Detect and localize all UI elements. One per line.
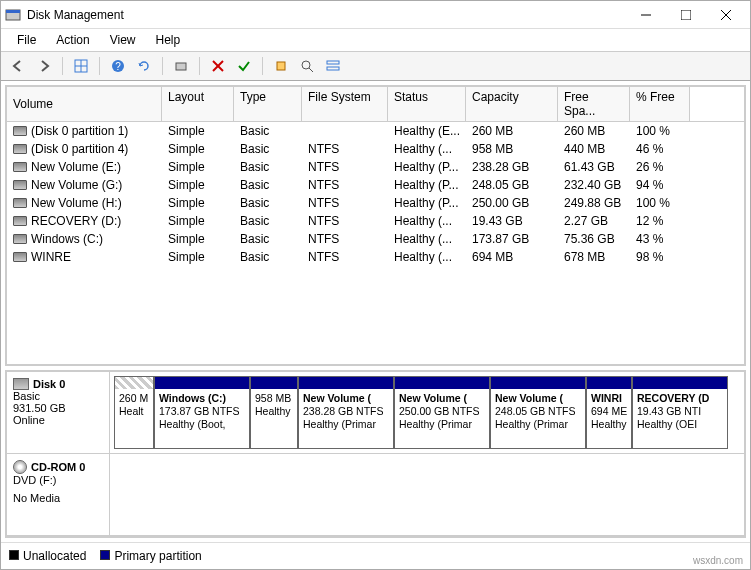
- volume-row[interactable]: Windows (C:)SimpleBasicNTFSHealthy (...1…: [7, 230, 744, 248]
- close-button[interactable]: [706, 1, 746, 29]
- list-button[interactable]: [322, 55, 344, 77]
- vol-fs: NTFS: [302, 195, 388, 211]
- disk-0-status: Online: [13, 414, 103, 426]
- vol-layout: Simple: [162, 159, 234, 175]
- volume-row[interactable]: (Disk 0 partition 4)SimpleBasicNTFSHealt…: [7, 140, 744, 158]
- header-filesystem[interactable]: File System: [302, 87, 388, 121]
- partition-line3: Healt: [119, 405, 149, 418]
- partition-body: RECOVERY (D19.43 GB NTIHealthy (OEI: [633, 389, 727, 434]
- partition[interactable]: New Volume (250.00 GB NTFSHealthy (Prima…: [394, 376, 490, 449]
- vol-layout: Simple: [162, 213, 234, 229]
- volume-icon: [13, 252, 27, 262]
- vol-type: Basic: [234, 159, 302, 175]
- header-capacity[interactable]: Capacity: [466, 87, 558, 121]
- legend-unallocated: Unallocated: [9, 549, 86, 563]
- partition[interactable]: WINRI694 MEHealthy: [586, 376, 632, 449]
- header-pct-free[interactable]: % Free: [630, 87, 690, 121]
- vol-pfree: 43 %: [630, 231, 690, 247]
- vol-free: 260 MB: [558, 123, 630, 139]
- vol-pfree: 100 %: [630, 123, 690, 139]
- vol-free: 678 MB: [558, 249, 630, 265]
- menu-action[interactable]: Action: [48, 31, 97, 49]
- partition-name: New Volume (: [399, 392, 485, 405]
- volume-row[interactable]: New Volume (G:)SimpleBasicNTFSHealthy (P…: [7, 176, 744, 194]
- vol-status: Healthy (...: [388, 213, 466, 229]
- menu-file[interactable]: File: [9, 31, 44, 49]
- volume-row[interactable]: (Disk 0 partition 1)SimpleBasicHealthy (…: [7, 122, 744, 140]
- header-type[interactable]: Type: [234, 87, 302, 121]
- volume-name: (Disk 0 partition 1): [31, 124, 128, 138]
- vol-status: Healthy (...: [388, 249, 466, 265]
- vol-capacity: 250.00 GB: [466, 195, 558, 211]
- vol-fs: NTFS: [302, 249, 388, 265]
- vol-type: Basic: [234, 177, 302, 193]
- volume-row[interactable]: WINRESimpleBasicNTFSHealthy (...694 MB67…: [7, 248, 744, 266]
- partition-line2: 248.05 GB NTFS: [495, 405, 581, 418]
- volume-icon: [13, 216, 27, 226]
- vol-capacity: 958 MB: [466, 141, 558, 157]
- titlebar: Disk Management: [1, 1, 750, 29]
- partition-line2: 260 M: [119, 392, 149, 405]
- maximize-icon: [681, 10, 691, 20]
- volume-list-header: Volume Layout Type File System Status Ca…: [7, 87, 744, 122]
- list-icon: [326, 59, 340, 73]
- vol-pfree: 12 %: [630, 213, 690, 229]
- partition[interactable]: 260 MHealt: [114, 376, 154, 449]
- header-volume[interactable]: Volume: [7, 87, 162, 121]
- partition[interactable]: Windows (C:)173.87 GB NTFSHealthy (Boot,: [154, 376, 250, 449]
- partition[interactable]: 958 MBHealthy: [250, 376, 298, 449]
- partition-line2: 250.00 GB NTFS: [399, 405, 485, 418]
- vol-capacity: 19.43 GB: [466, 213, 558, 229]
- partition-line3: Healthy (Primar: [303, 418, 389, 431]
- vol-free: 61.43 GB: [558, 159, 630, 175]
- menubar: File Action View Help: [1, 29, 750, 51]
- new-volume-button[interactable]: [270, 55, 292, 77]
- volume-row[interactable]: New Volume (E:)SimpleBasicNTFSHealthy (P…: [7, 158, 744, 176]
- separator: [62, 57, 63, 75]
- disk-icon: [13, 378, 29, 390]
- disk-row-cdrom[interactable]: CD-ROM 0 DVD (F:) No Media: [7, 454, 744, 536]
- partition[interactable]: New Volume (238.28 GB NTFSHealthy (Prima…: [298, 376, 394, 449]
- partition-line3: Healthy (Boot,: [159, 418, 245, 431]
- volume-list[interactable]: Volume Layout Type File System Status Ca…: [5, 85, 746, 366]
- vol-capacity: 260 MB: [466, 123, 558, 139]
- minimize-icon: [641, 10, 651, 20]
- table-view-button[interactable]: [70, 55, 92, 77]
- menu-help[interactable]: Help: [148, 31, 189, 49]
- partition-line3: Healthy (Primar: [399, 418, 485, 431]
- watermark: wsxdn.com: [693, 555, 743, 566]
- forward-button[interactable]: [33, 55, 55, 77]
- partition-body: New Volume (238.28 GB NTFSHealthy (Prima…: [299, 389, 393, 434]
- volume-row[interactable]: RECOVERY (D:)SimpleBasicNTFSHealthy (...…: [7, 212, 744, 230]
- partition-line2: 238.28 GB NTFS: [303, 405, 389, 418]
- volume-icon: [13, 198, 27, 208]
- partition-bar: [587, 377, 631, 389]
- partition-line2: 694 ME: [591, 405, 627, 418]
- vol-type: Basic: [234, 141, 302, 157]
- partition-line3: Healthy (OEI: [637, 418, 723, 431]
- back-button[interactable]: [7, 55, 29, 77]
- minimize-button[interactable]: [626, 1, 666, 29]
- separator: [262, 57, 263, 75]
- vol-fs: [302, 123, 388, 139]
- partition-bar: [633, 377, 727, 389]
- partition[interactable]: RECOVERY (D19.43 GB NTIHealthy (OEI: [632, 376, 728, 449]
- header-free-space[interactable]: Free Spa...: [558, 87, 630, 121]
- partition-body: New Volume (250.00 GB NTFSHealthy (Prima…: [395, 389, 489, 434]
- maximize-button[interactable]: [666, 1, 706, 29]
- vol-fs: NTFS: [302, 159, 388, 175]
- search-button[interactable]: [296, 55, 318, 77]
- delete-button[interactable]: [207, 55, 229, 77]
- rescan-button[interactable]: [170, 55, 192, 77]
- partition-name: RECOVERY (D: [637, 392, 723, 405]
- disk-row-0[interactable]: Disk 0 Basic 931.50 GB Online 260 MHealt…: [7, 372, 744, 454]
- menu-view[interactable]: View: [102, 31, 144, 49]
- help-button[interactable]: ?: [107, 55, 129, 77]
- partition[interactable]: New Volume (248.05 GB NTFSHealthy (Prima…: [490, 376, 586, 449]
- volume-row[interactable]: New Volume (H:)SimpleBasicNTFSHealthy (P…: [7, 194, 744, 212]
- properties-button[interactable]: [233, 55, 255, 77]
- refresh-button[interactable]: [133, 55, 155, 77]
- header-status[interactable]: Status: [388, 87, 466, 121]
- svg-point-15: [302, 61, 310, 69]
- header-layout[interactable]: Layout: [162, 87, 234, 121]
